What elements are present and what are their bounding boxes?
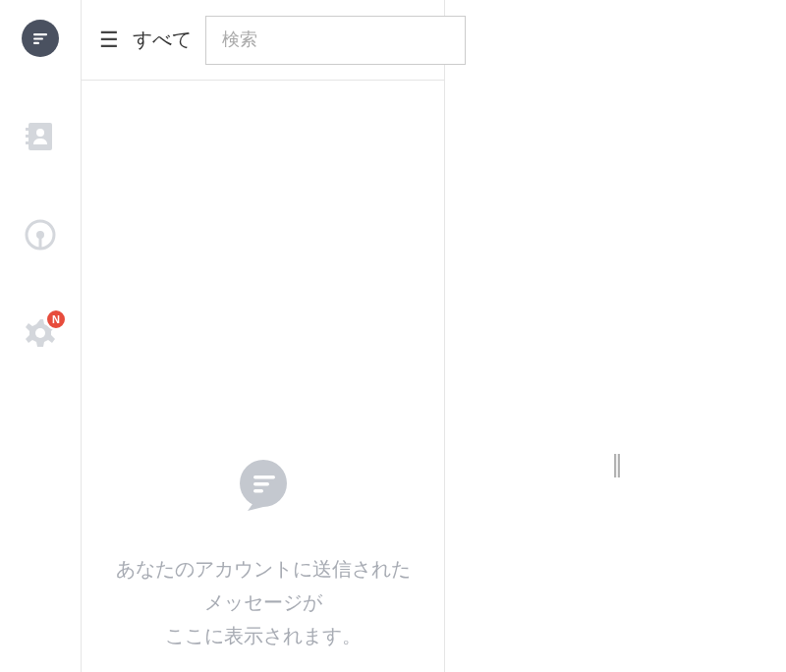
empty-state-text: あなたのアカウントに送信されたメッセージが ここに表示されます。 [82,552,444,652]
svg-rect-1 [33,33,47,35]
resize-handle-icon[interactable]: || [612,449,620,479]
chat-bubble-icon [236,458,291,513]
main-panel: ☰ すべて あなたのアカウントに送信されたメッセージが ここに表示されます。 [81,0,445,672]
svg-rect-3 [33,42,39,44]
search-input[interactable] [205,16,466,65]
svg-rect-6 [26,135,30,138]
empty-line-2: ここに表示されます。 [111,619,415,652]
menu-icon[interactable]: ☰ [99,29,119,51]
topbar: ☰ すべて [82,0,444,81]
sidebar-item-settings[interactable]: N [22,316,59,354]
message-list-empty: あなたのアカウントに送信されたメッセージが ここに表示されます。 [82,81,444,672]
sidebar-item-broadcast[interactable] [22,218,59,255]
sidebar-item-contacts[interactable] [22,120,59,157]
sidebar-item-messages[interactable] [22,22,59,59]
right-gutter: || [445,0,786,672]
filter-label[interactable]: すべて [133,27,192,53]
svg-rect-15 [253,476,275,479]
empty-line-1: あなたのアカウントに送信されたメッセージが [111,552,415,619]
broadcast-icon [23,217,58,256]
svg-rect-16 [253,482,269,486]
svg-rect-7 [26,141,30,144]
svg-point-12 [35,328,45,338]
svg-rect-5 [26,128,30,131]
svg-rect-17 [253,489,263,493]
svg-rect-2 [33,37,43,39]
notification-badge: N [45,308,67,330]
svg-point-8 [36,129,44,137]
chat-bubble-icon [22,20,59,61]
contact-book-icon [24,120,57,157]
sidebar: N [0,0,81,672]
